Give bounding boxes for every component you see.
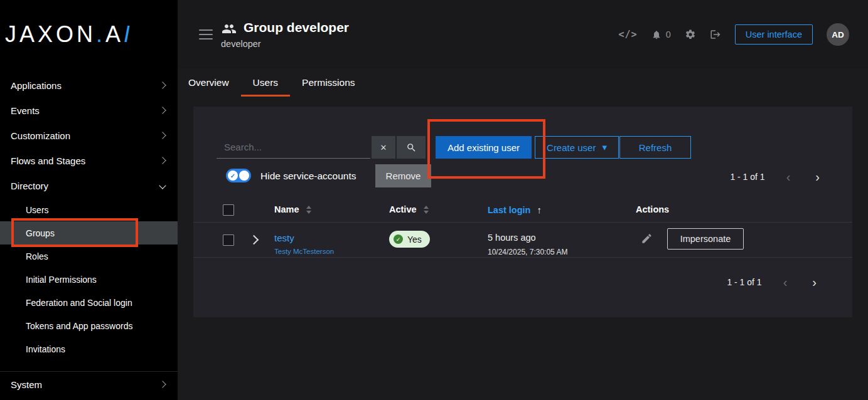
column-header-active[interactable]: Active <box>389 204 429 214</box>
sidebar-item-directory[interactable]: Directory <box>0 173 178 198</box>
tab-overview[interactable]: Overview <box>188 71 241 97</box>
chevron-right-icon <box>159 381 166 387</box>
create-user-label: Create user <box>547 142 596 153</box>
page-root: JAXON.AI Applications Events Customizati… <box>0 0 868 400</box>
sidebar-item-label: System <box>11 379 42 390</box>
sidebar-item-initial-permissions[interactable]: Initial Permissions <box>0 268 178 291</box>
sort-ascending-icon: ↑ <box>537 204 542 215</box>
bell-icon <box>651 29 662 40</box>
sidebar-item-label: Groups <box>26 228 55 238</box>
sidebar-item-label: Events <box>11 105 40 116</box>
brand-dot: . <box>96 21 105 48</box>
refresh-button[interactable]: Refresh <box>619 136 691 159</box>
column-label: Active <box>389 204 417 214</box>
sidebar-item-label: Flows and Stages <box>11 155 85 166</box>
last-login-relative: 5 hours ago <box>488 233 567 243</box>
table-header-row: Name Active Last login ↑ Actions <box>193 201 852 223</box>
users-card: ✕ Add existing user Create user ▾ Refres… <box>193 107 852 317</box>
brand-suffix-a: A <box>105 21 124 48</box>
sidebar-item-tokens[interactable]: Tokens and App passwords <box>0 314 178 337</box>
row-expand-chevron-icon[interactable] <box>249 235 259 245</box>
content-tabs: Overview Users Permissions <box>188 71 367 97</box>
column-header-name[interactable]: Name <box>274 204 312 214</box>
sidebar-item-groups[interactable]: Groups <box>0 221 178 245</box>
user-interface-button[interactable]: User interface <box>735 24 813 45</box>
user-link[interactable]: testy <box>274 233 334 243</box>
chevron-right-icon <box>159 157 166 164</box>
add-existing-user-button[interactable]: Add existing user <box>436 136 532 159</box>
sidebar-item-label: Invitations <box>26 344 65 354</box>
sidebar-item-label: Roles <box>26 251 48 261</box>
remove-button[interactable]: Remove <box>375 164 431 187</box>
sidebar-item-events[interactable]: Events <box>0 98 178 123</box>
check-circle-icon: ✓ <box>394 234 403 244</box>
sidebar-item-federation[interactable]: Federation and Social login <box>0 291 178 314</box>
sidebar-item-label: Customization <box>11 130 70 141</box>
page-subtitle: developer <box>221 39 349 49</box>
group-icon <box>221 21 237 34</box>
column-label: Actions <box>636 204 669 214</box>
pagination-prev-icon[interactable]: ‹ <box>783 170 795 184</box>
api-docs-icon[interactable]: </> <box>619 29 638 40</box>
toggle-knob <box>239 171 249 181</box>
chevron-right-icon <box>159 107 166 113</box>
tab-permissions[interactable]: Permissions <box>290 71 367 97</box>
pagination-next-icon[interactable]: › <box>808 275 820 289</box>
topbar: Group developer developer </> 0 <box>178 0 868 69</box>
pagination-label: 1 - 1 of 1 <box>727 277 761 287</box>
row-checkbox[interactable] <box>223 234 234 246</box>
sidebar-system-section: System <box>0 371 178 397</box>
sidebar-item-label: Applications <box>11 80 62 91</box>
sidebar: JAXON.AI Applications Events Customizati… <box>0 0 178 400</box>
sidebar-item-invitations[interactable]: Invitations <box>0 337 178 361</box>
sidebar-item-flows-and-stages[interactable]: Flows and Stages <box>0 148 178 173</box>
tab-users[interactable]: Users <box>241 71 290 97</box>
pagination-prev-icon[interactable]: ‹ <box>780 275 791 289</box>
active-cell: ✓ Yes <box>389 231 430 248</box>
sidebar-item-label: Directory <box>11 181 48 191</box>
column-label: Name <box>274 204 299 214</box>
notifications[interactable]: 0 <box>651 29 671 40</box>
search-icon <box>406 142 417 153</box>
status-badge: ✓ Yes <box>389 231 430 248</box>
sidebar-item-system[interactable]: System <box>0 372 178 397</box>
topbar-actions: </> 0 User interface AD <box>619 23 849 46</box>
chevron-down-icon <box>159 182 166 189</box>
sort-icon <box>423 206 429 214</box>
impersonate-button[interactable]: Impersonate <box>667 228 744 250</box>
user-display-name: Testy McTesterson <box>274 248 334 255</box>
sidebar-item-applications[interactable]: Applications <box>0 73 178 98</box>
sidebar-nav: Applications Events Customization Flows … <box>0 69 178 397</box>
sidebar-item-label: Tokens and App passwords <box>26 321 132 331</box>
search-button[interactable] <box>397 136 426 159</box>
avatar[interactable]: AD <box>827 23 849 46</box>
chevron-right-icon <box>159 132 166 139</box>
pagination-next-icon[interactable]: › <box>812 170 823 184</box>
column-header-last-login[interactable]: Last login ↑ <box>488 204 542 215</box>
edit-pencil-icon <box>641 233 653 245</box>
caret-down-icon: ▾ <box>602 142 607 153</box>
page-heading: Group developer developer <box>221 20 349 49</box>
edit-user-button[interactable] <box>641 233 653 245</box>
status-label: Yes <box>407 234 422 245</box>
hide-service-accounts-toggle[interactable]: ✓ <box>226 169 251 182</box>
chevron-right-icon <box>159 82 166 88</box>
brand-logo: JAXON.AI <box>0 0 178 69</box>
sidebar-item-label: Initial Permissions <box>26 275 97 285</box>
settings-gear-icon[interactable] <box>685 29 696 40</box>
search-input[interactable] <box>217 136 370 159</box>
logout-icon[interactable] <box>710 29 721 40</box>
sidebar-item-roles[interactable]: Roles <box>0 245 178 268</box>
sidebar-item-customization[interactable]: Customization <box>0 123 178 148</box>
create-user-button[interactable]: Create user ▾ <box>535 136 619 159</box>
clear-search-button[interactable]: ✕ <box>372 136 395 159</box>
brand-suffix-i: I <box>124 21 133 48</box>
column-label: Last login <box>488 205 530 215</box>
column-header-actions: Actions <box>636 204 669 214</box>
hide-service-accounts-label: Hide service-accounts <box>260 171 356 182</box>
sidebar-item-label: Users <box>26 205 49 215</box>
sidebar-item-users[interactable]: Users <box>0 198 178 221</box>
table-row: testy Testy McTesterson ✓ Yes 5 hours ag… <box>193 222 852 258</box>
hamburger-menu-icon[interactable] <box>199 26 213 43</box>
select-all-checkbox[interactable] <box>223 204 234 216</box>
